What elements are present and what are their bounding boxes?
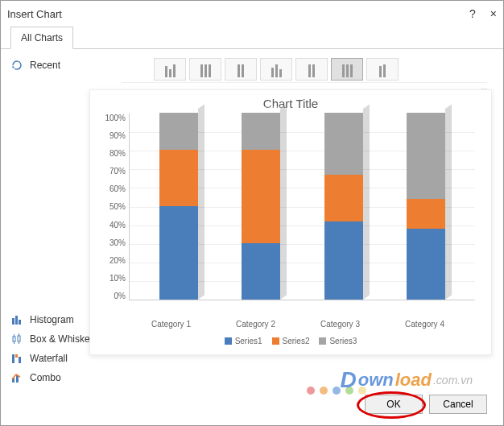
legend-swatch-series2 xyxy=(272,337,279,345)
cancel-button[interactable]: Cancel xyxy=(429,395,487,414)
subtype-thumbnails xyxy=(122,56,487,83)
sidebar-item-combo[interactable]: Combo xyxy=(10,368,122,387)
tab-strip: All Charts xyxy=(1,27,503,49)
svg-rect-3 xyxy=(13,337,15,341)
boxwhisker-icon xyxy=(10,333,23,345)
plot-area xyxy=(129,114,475,300)
x-axis: Category 1 Category 2 Category 3 Categor… xyxy=(90,315,491,329)
chart-subtype-thumb[interactable] xyxy=(260,58,292,81)
tab-all-charts[interactable]: All Charts xyxy=(10,27,73,49)
insert-chart-dialog: Insert Chart ? × All Charts Recent Histo… xyxy=(0,0,504,426)
chart-subtype-thumb[interactable] xyxy=(225,58,257,81)
bar-category-4 xyxy=(407,114,445,300)
legend-swatch-series1 xyxy=(225,337,232,345)
chart-subtype-thumb-selected[interactable] xyxy=(331,58,363,81)
chart-subtype-thumb[interactable] xyxy=(366,58,399,81)
watermark: Download.com.vn xyxy=(341,367,473,393)
bar-category-2 xyxy=(242,114,280,300)
svg-rect-10 xyxy=(15,354,18,358)
bar-category-1 xyxy=(159,114,198,300)
chart-subtype-thumb[interactable] xyxy=(189,58,221,81)
chart-subtype-thumb[interactable] xyxy=(295,58,328,81)
svg-rect-11 xyxy=(19,357,21,363)
bar-category-3 xyxy=(324,114,363,300)
preview-pane: Chart Title 100% 90% 80% 70% 60% 50% 40%… xyxy=(122,49,503,387)
sidebar-item-label: Histogram xyxy=(30,314,74,325)
legend: Series1 Series2 Series3 xyxy=(90,329,491,345)
sidebar-item-label: Waterfall xyxy=(30,353,68,364)
combo-icon xyxy=(10,371,23,384)
y-axis: 100% 90% 80% 70% 60% 50% 40% 30% 20% 10%… xyxy=(98,114,129,315)
sidebar-item-label: Combo xyxy=(30,372,61,383)
svg-rect-0 xyxy=(12,318,14,325)
histogram-icon xyxy=(10,313,23,326)
chart-subtype-thumb[interactable] xyxy=(154,58,186,81)
sidebar-item-label: Box & Whisker xyxy=(30,333,93,345)
legend-swatch-series3 xyxy=(319,337,326,345)
dialog-title: Insert Chart xyxy=(7,8,62,20)
help-button[interactable]: ? xyxy=(469,7,476,20)
svg-rect-9 xyxy=(12,354,14,363)
svg-rect-6 xyxy=(18,336,20,341)
sidebar-item-recent[interactable]: Recent xyxy=(10,56,122,75)
ok-button[interactable]: OK xyxy=(365,395,423,414)
svg-rect-1 xyxy=(15,316,18,325)
svg-rect-2 xyxy=(19,320,21,325)
chart-preview[interactable]: Chart Title 100% 90% 80% 70% 60% 50% 40%… xyxy=(89,89,492,355)
close-button[interactable]: × xyxy=(490,7,497,20)
sidebar-item-label: Recent xyxy=(30,60,60,71)
recent-icon xyxy=(10,59,23,72)
waterfall-icon xyxy=(10,352,23,365)
titlebar: Insert Chart ? × xyxy=(1,1,503,27)
